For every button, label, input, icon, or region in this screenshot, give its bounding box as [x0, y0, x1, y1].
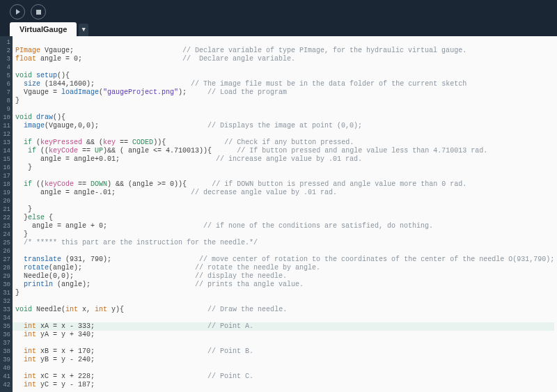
code-line: angle = angle-.01; // decrease angle val… — [15, 189, 557, 197]
code-line: size (1844,1600); // The image file must… — [15, 80, 557, 88]
line-number: 36 — [0, 331, 13, 339]
line-number: 28 — [0, 264, 13, 272]
code-area[interactable]: PImage Vgauge; // Declare variable of ty… — [13, 36, 557, 392]
code-line: } — [15, 164, 557, 172]
code-line — [15, 197, 557, 205]
line-number: 9 — [0, 105, 13, 113]
line-number: 39 — [0, 356, 13, 364]
code-line — [15, 247, 557, 256]
line-number: 4 — [0, 63, 13, 72]
line-number: 35 — [0, 322, 13, 331]
code-line: int yB = y - 240; — [15, 356, 557, 364]
code-line — [15, 339, 557, 347]
code-line: int xC = x + 228; // Point C. — [15, 373, 557, 381]
code-line: int xA = x - 333; // Point A. — [13, 322, 554, 331]
line-number: 21 — [0, 205, 13, 214]
code-line: void draw(){ — [15, 113, 557, 122]
code-line — [15, 38, 557, 47]
code-line: void Needle(int x, int y){ // Draw the n… — [15, 306, 557, 314]
line-number: 31 — [0, 289, 13, 297]
line-number: 8 — [0, 97, 13, 105]
code-line: } — [15, 230, 557, 239]
code-line — [15, 172, 557, 180]
line-number: 7 — [0, 88, 13, 97]
line-number: 5 — [0, 72, 13, 80]
code-line — [15, 314, 557, 322]
line-number: 22 — [0, 214, 13, 222]
code-line: Needle(0,0); // display the needle. — [15, 272, 557, 281]
code-line: if ((keyCode == UP)&& ( angle <= 4.71001… — [15, 147, 557, 155]
code-line — [15, 105, 557, 113]
toolbar: VirtualGauge ▼ — [0, 0, 557, 36]
line-number: 12 — [0, 130, 13, 139]
code-line: int yA = y + 340; — [15, 331, 557, 339]
line-number: 3 — [0, 55, 13, 63]
code-line: translate (931, 790); // move center of … — [15, 256, 557, 264]
line-number: 6 — [0, 80, 13, 88]
code-line: PImage Vgauge; // Declare variable of ty… — [15, 47, 557, 55]
line-number: 18 — [0, 180, 13, 189]
code-line: float angle = 0; // Declare angle variab… — [15, 55, 557, 63]
line-number: 1 — [0, 38, 13, 47]
tab-active[interactable]: VirtualGauge — [10, 22, 77, 36]
code-line: } — [15, 97, 557, 105]
tab-row: VirtualGauge ▼ — [10, 22, 88, 36]
code-line — [15, 364, 557, 373]
code-line: angle = angle+0.01; // increase angle va… — [15, 155, 557, 164]
line-gutter: 1234567891011121314151617181920212223242… — [0, 36, 13, 392]
line-number: 10 — [0, 113, 13, 122]
line-number: 24 — [0, 230, 13, 239]
line-number: 11 — [0, 122, 13, 130]
line-number: 33 — [0, 306, 13, 314]
run-button[interactable] — [10, 4, 25, 19]
code-line — [15, 130, 557, 139]
line-number: 26 — [0, 247, 13, 256]
line-number: 2 — [0, 47, 13, 55]
line-number: 37 — [0, 339, 13, 347]
line-number: 19 — [0, 189, 13, 197]
code-line: } — [15, 205, 557, 214]
line-number: 29 — [0, 272, 13, 281]
code-line: if ((keyCode == DOWN) && (angle >= 0)){ … — [15, 180, 557, 189]
code-line: println (angle); // prints tha angle val… — [15, 281, 557, 289]
tab-dropdown[interactable]: ▼ — [79, 24, 88, 36]
line-number: 13 — [0, 139, 13, 147]
line-number: 15 — [0, 155, 13, 164]
line-number: 20 — [0, 197, 13, 205]
code-line: if (keyPressed && (key == CODED)){ // Ch… — [15, 139, 557, 147]
line-number: 41 — [0, 373, 13, 381]
line-number: 23 — [0, 222, 13, 230]
code-line: }else { — [15, 214, 557, 222]
code-line: /* ***** this part are the instruction f… — [15, 239, 557, 247]
code-line — [15, 63, 557, 72]
play-icon — [16, 9, 20, 15]
stop-icon — [36, 10, 41, 15]
line-number: 38 — [0, 347, 13, 356]
code-line: } — [15, 289, 557, 297]
code-line: int yC = y - 187; — [15, 381, 557, 389]
line-number: 40 — [0, 364, 13, 373]
line-number: 27 — [0, 256, 13, 264]
line-number: 30 — [0, 281, 13, 289]
code-line: image(Vgauge,0,0); // Displays the image… — [15, 122, 557, 130]
line-number: 32 — [0, 297, 13, 306]
line-number: 25 — [0, 239, 13, 247]
code-line: angle = angle + 0; // if none of the con… — [15, 222, 557, 230]
code-line: void setup(){ — [15, 72, 557, 80]
code-line: int xB = x + 170; // Point B. — [15, 347, 557, 356]
line-number: 17 — [0, 172, 13, 180]
line-number: 14 — [0, 147, 13, 155]
line-number: 42 — [0, 381, 13, 389]
code-line: rotate(angle); // rotate the needle by a… — [15, 264, 557, 272]
code-line — [15, 297, 557, 306]
stop-button[interactable] — [31, 4, 46, 19]
editor: 1234567891011121314151617181920212223242… — [0, 36, 557, 392]
line-number: 34 — [0, 314, 13, 322]
line-number: 16 — [0, 164, 13, 172]
code-line: Vgauge = loadImage("gaugeProject.png"); … — [15, 88, 557, 97]
